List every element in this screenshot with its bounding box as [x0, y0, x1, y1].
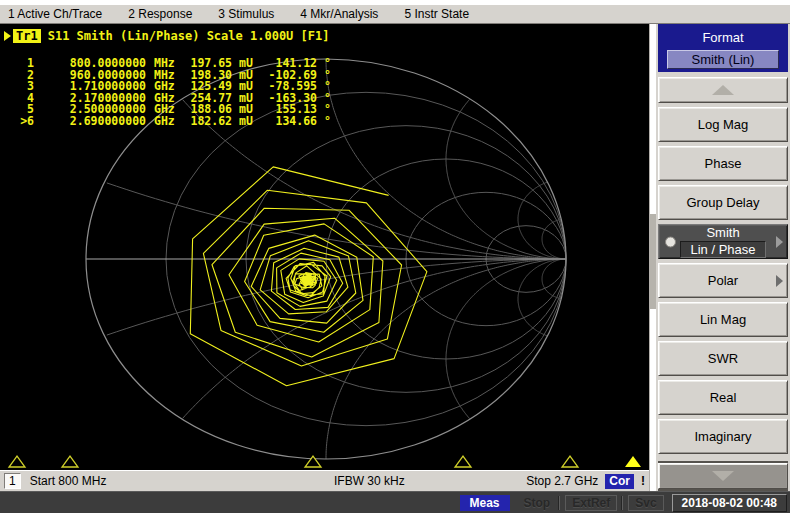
- marker-phase: 134.66: [257, 116, 317, 128]
- softkey-lin-mag[interactable]: Lin Mag: [658, 302, 788, 337]
- softkey-polar[interactable]: Polar: [658, 263, 788, 298]
- up-arrow-icon: [712, 85, 734, 95]
- softkey-label: Real: [710, 390, 737, 405]
- softkey-swr[interactable]: SWR: [658, 341, 788, 376]
- separator: [559, 496, 560, 510]
- correction-badge: Cor: [605, 474, 634, 489]
- softkey-smithlin-phase[interactable]: SmithLin / Phase: [658, 224, 788, 259]
- softkey-scroll-up-button[interactable]: [658, 77, 788, 103]
- datetime-display: 2018-08-02 00:48: [672, 494, 787, 512]
- meas-badge: Meas: [460, 495, 510, 511]
- submenu-arrow-icon: [776, 275, 783, 287]
- marker-row: >62.690000000GHz182.62mU134.66°: [10, 116, 331, 128]
- instrument-status-bar: Meas Stop ExtRef Svc 2018-08-02 00:48: [0, 491, 790, 513]
- status-bar: 1 Start 800 MHz IFBW 30 kHz Stop 2.7 GHz…: [0, 470, 649, 491]
- softkey-group-delay[interactable]: Group Delay: [658, 185, 788, 220]
- instrument-screen: 1 Active Ch/Trace2 Response3 Stimulus4 M…: [0, 0, 790, 528]
- marker-table: 1800.0000000MHz197.65mU141.12°2960.00000…: [10, 58, 331, 127]
- menu-item-3-stimulus[interactable]: 3 Stimulus: [218, 7, 274, 21]
- menu-bar: 1 Active Ch/Trace2 Response3 Stimulus4 M…: [0, 4, 790, 24]
- smith-grid-reactance-arc: [107, 183, 566, 259]
- stop-frequency-label: Stop 2.7 GHz: [526, 474, 598, 488]
- softkey-label: Lin Mag: [700, 312, 746, 327]
- stimulus-marker-triangle: [9, 456, 25, 467]
- marker-phase-unit: °: [324, 116, 331, 128]
- extref-indicator: ExtRef: [565, 495, 617, 511]
- stimulus-marker-triangle: [455, 456, 471, 467]
- marker-magnitude: 182.62: [182, 116, 232, 128]
- stimulus-marker-triangle: [305, 456, 321, 467]
- svc-indicator: Svc: [628, 495, 663, 511]
- s11-trace: [190, 167, 427, 386]
- softkey-label: SWR: [708, 351, 738, 366]
- active-trace-arrow-icon: [4, 31, 11, 41]
- softkey-label: Polar: [708, 273, 738, 288]
- menu-item-4-mkr-analysis[interactable]: 4 Mkr/Analysis: [300, 7, 378, 21]
- menu-item-2-response[interactable]: 2 Response: [128, 7, 192, 21]
- current-format-value: Smith (Lin): [667, 50, 779, 69]
- softkey-label: Log Mag: [698, 117, 749, 132]
- smith-grid-reactance-arc: [446, 100, 566, 260]
- softkey-label: Phase: [705, 156, 742, 171]
- softkey-menu-header: Format Smith (Lin): [658, 24, 788, 72]
- alert-indicator: !: [641, 474, 645, 488]
- softkey-list: Log MagPhaseGroup DelaySmithLin / PhaseP…: [658, 107, 788, 458]
- trace1-title: S11 Smith (Lin/Phase) Scale 1.000U [F1]: [48, 29, 330, 43]
- menu-item-5-instr-state[interactable]: 5 Instr State: [404, 7, 469, 21]
- submenu-arrow-icon: [776, 236, 783, 248]
- softkey-real[interactable]: Real: [658, 380, 788, 415]
- menu-item-1-active-ch-trace[interactable]: 1 Active Ch/Trace: [8, 7, 102, 21]
- softkey-sublabel: Lin / Phase: [680, 241, 765, 258]
- stimulus-marker-triangle: [62, 456, 78, 467]
- marker-frequency-unit: GHz: [154, 116, 182, 128]
- ifbw-label: IFBW 30 kHz: [334, 474, 405, 488]
- trace1-badge[interactable]: Tr1: [13, 29, 41, 43]
- menu-title: Format: [658, 30, 788, 45]
- softkey-imaginary[interactable]: Imaginary: [658, 419, 788, 454]
- softkey-scroll-down-area: [658, 461, 788, 491]
- softkey-sidebar: Format Smith (Lin) Log MagPhaseGroup Del…: [649, 24, 790, 491]
- sweep-stop-indicator: Stop: [518, 496, 557, 510]
- scrollbar-thumb[interactable]: [650, 214, 656, 309]
- marker-number: >6: [10, 116, 34, 128]
- start-frequency-label: Start 800 MHz: [30, 474, 107, 488]
- marker-magnitude-unit: mU: [239, 116, 257, 128]
- selected-radio-indicator: [665, 236, 676, 247]
- separator: [622, 496, 623, 510]
- down-arrow-icon: [712, 471, 734, 481]
- active-stimulus-marker-triangle: [625, 456, 641, 467]
- softkey-scroll-down-button[interactable]: [658, 463, 788, 489]
- stimulus-marker-triangle: [562, 456, 578, 467]
- channel-window: Tr1 S11 Smith (Lin/Phase) Scale 1.000U […: [0, 24, 649, 491]
- softkey-label: Group Delay: [687, 195, 760, 210]
- smith-chart-area: Tr1 S11 Smith (Lin/Phase) Scale 1.000U […: [0, 24, 649, 470]
- trace-header: Tr1 S11 Smith (Lin/Phase) Scale 1.000U […: [4, 29, 329, 43]
- softkey-label: Imaginary: [694, 429, 751, 444]
- softkey-log-mag[interactable]: Log Mag: [658, 107, 788, 142]
- channel-number: 1: [4, 473, 21, 489]
- softkey-phase[interactable]: Phase: [658, 146, 788, 181]
- softkey-column: Format Smith (Lin) Log MagPhaseGroup Del…: [656, 24, 790, 491]
- smith-grid-reactance-arc: [107, 259, 566, 335]
- softkey-scrollbar[interactable]: [649, 24, 656, 491]
- smith-grid-reactance-arc: [446, 259, 566, 419]
- softkey-label: Smith: [706, 225, 739, 240]
- marker-frequency: 2.690000000: [42, 116, 146, 128]
- main-area: Tr1 S11 Smith (Lin/Phase) Scale 1.000U […: [0, 24, 790, 491]
